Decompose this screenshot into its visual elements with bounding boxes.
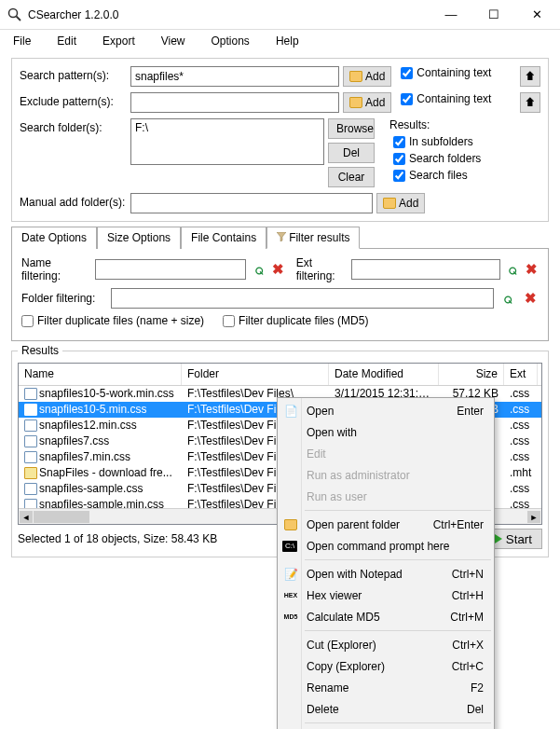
notepad-icon: 📝 bbox=[282, 567, 299, 582]
menu-bar: File Edit Export View Options Help bbox=[0, 30, 560, 52]
exclude-patterns-input[interactable] bbox=[130, 92, 339, 113]
containing-text-2-checkbox[interactable] bbox=[401, 93, 413, 105]
ext-filtering-label: Ext filtering: bbox=[296, 256, 346, 282]
folder-icon bbox=[349, 97, 362, 108]
tab-file-contains[interactable]: File Contains bbox=[181, 227, 266, 249]
ctx-open[interactable]: 📄OpenEnter bbox=[279, 400, 493, 421]
name-filter-clear-icon[interactable]: ✖ bbox=[271, 261, 285, 278]
filter-dup-md5-checkbox[interactable] bbox=[223, 315, 235, 327]
file-icon bbox=[24, 404, 37, 416]
file-icon bbox=[24, 420, 37, 432]
add-search-pattern-button[interactable]: Add bbox=[343, 66, 391, 87]
menu-view[interactable]: View bbox=[156, 33, 191, 49]
filter-results-panel: Name filtering: ⌕ ✖ Ext filtering: ⌕ ✖ F… bbox=[11, 249, 549, 341]
filter-dup-name-size-checkbox[interactable] bbox=[21, 315, 34, 327]
col-ext[interactable]: Ext bbox=[504, 364, 538, 385]
ctx-hex-viewer[interactable]: HEXHex viewerCtrl+H bbox=[279, 585, 493, 606]
col-name[interactable]: Name bbox=[19, 364, 182, 385]
add-exclude-pattern-button[interactable]: Add bbox=[343, 92, 391, 113]
ctx-copy[interactable]: Copy (Explorer)Ctrl+C bbox=[279, 655, 493, 677]
separator bbox=[305, 510, 491, 511]
manual-add-label: Manual add folder(s): bbox=[20, 193, 127, 209]
ctx-md5[interactable]: MD5Calculate MD5Ctrl+M bbox=[279, 606, 493, 627]
file-icon bbox=[24, 451, 37, 463]
scroll-left-icon[interactable]: ◄ bbox=[20, 511, 33, 523]
hex-icon: HEX bbox=[282, 588, 299, 603]
containing-text-1-checkbox[interactable] bbox=[401, 67, 413, 79]
menu-edit[interactable]: Edit bbox=[51, 33, 82, 49]
ctx-open-with[interactable]: Open with bbox=[279, 421, 493, 443]
close-button[interactable]: ✕ bbox=[515, 1, 558, 29]
search-folders-textarea[interactable]: F:\ bbox=[130, 118, 324, 165]
containing-text-2-label: Containing text bbox=[417, 92, 491, 105]
menu-help[interactable]: Help bbox=[270, 33, 305, 49]
search-files-checkbox[interactable] bbox=[393, 170, 405, 182]
move-up-2-button[interactable]: 🡅 bbox=[520, 92, 540, 113]
containing-text-1-label: Containing text bbox=[417, 66, 491, 79]
status-text: Selected 1 of 18 objects, Size: 58.43 KB bbox=[18, 532, 279, 545]
minimize-button[interactable]: — bbox=[430, 1, 472, 29]
name-filtering-label: Name filtering: bbox=[21, 256, 89, 282]
search-folders-checkbox[interactable] bbox=[393, 153, 405, 165]
manual-add-input[interactable] bbox=[130, 193, 373, 213]
tab-date-options[interactable]: Date Options bbox=[11, 227, 97, 249]
name-filter-search-icon[interactable]: ⌕ bbox=[252, 261, 266, 278]
md5-icon: MD5 bbox=[282, 610, 299, 625]
terminal-icon: C:\ bbox=[282, 541, 297, 552]
tab-size-options[interactable]: Size Options bbox=[97, 227, 181, 249]
svg-line-1 bbox=[17, 16, 21, 21]
play-icon bbox=[495, 534, 502, 543]
ctx-open-parent[interactable]: Open parent folderCtrl+Enter bbox=[279, 514, 493, 535]
file-icon bbox=[24, 388, 37, 400]
document-icon: 📄 bbox=[282, 404, 299, 419]
ext-filter-clear-icon[interactable]: ✖ bbox=[525, 261, 539, 278]
search-patterns-input[interactable] bbox=[130, 66, 339, 87]
menu-file[interactable]: File bbox=[7, 33, 36, 49]
exclude-patterns-label: Exclude pattern(s): bbox=[20, 92, 127, 108]
col-size[interactable]: Size bbox=[439, 364, 504, 385]
move-up-1-button[interactable]: 🡅 bbox=[520, 66, 540, 87]
ext-filter-search-icon[interactable]: ⌕ bbox=[506, 261, 520, 278]
file-icon bbox=[24, 483, 37, 495]
options-tabs: Date Options Size Options File Contains … bbox=[11, 226, 549, 249]
results-box-label: Results bbox=[18, 344, 62, 357]
search-folders-label: Search folder(s): bbox=[20, 118, 127, 134]
folder-filtering-input[interactable] bbox=[111, 288, 494, 309]
menu-export[interactable]: Export bbox=[97, 33, 141, 49]
results-options-label: Results: bbox=[389, 118, 540, 131]
svg-point-0 bbox=[9, 8, 18, 17]
in-subfolders-checkbox[interactable] bbox=[393, 136, 405, 148]
menu-options[interactable]: Options bbox=[206, 33, 255, 49]
clear-button[interactable]: Clear bbox=[328, 167, 375, 187]
ctx-delete[interactable]: DeleteDel bbox=[279, 698, 493, 720]
folder-filter-clear-icon[interactable]: ✖ bbox=[522, 290, 539, 307]
search-criteria-group: Search pattern(s): Add Containing text 🡅… bbox=[11, 58, 549, 222]
col-date[interactable]: Date Modified bbox=[329, 364, 439, 385]
name-filtering-input[interactable] bbox=[95, 259, 246, 280]
ctx-cut[interactable]: Cut (Explorer)Ctrl+X bbox=[279, 634, 493, 655]
del-button[interactable]: Del bbox=[328, 143, 375, 163]
window-title: CSearcher 1.2.0.0 bbox=[28, 8, 430, 21]
app-icon bbox=[7, 7, 22, 22]
file-icon bbox=[24, 435, 37, 447]
ctx-open-cmd[interactable]: C:\Open command prompt here bbox=[279, 535, 493, 557]
ext-filtering-input[interactable] bbox=[351, 259, 500, 280]
add-manual-folder-button[interactable]: Add bbox=[376, 193, 425, 213]
col-folder[interactable]: Folder bbox=[182, 364, 329, 385]
scroll-thumb[interactable] bbox=[34, 511, 89, 523]
file-icon bbox=[24, 467, 37, 479]
ctx-rename[interactable]: RenameF2 bbox=[279, 677, 493, 698]
browse-button[interactable]: Browse bbox=[328, 118, 375, 139]
tab-filter-results[interactable]: Filter results bbox=[266, 227, 360, 249]
ctx-open-notepad[interactable]: 📝Open with NotepadCtrl+N bbox=[279, 563, 493, 585]
title-bar: CSearcher 1.2.0.0 — ☐ ✕ bbox=[0, 0, 560, 30]
search-patterns-label: Search pattern(s): bbox=[20, 66, 127, 82]
folder-filter-search-icon[interactable]: ⌕ bbox=[499, 290, 516, 307]
scroll-right-icon[interactable]: ► bbox=[527, 511, 540, 523]
results-header: Name Folder Date Modified Size Ext bbox=[19, 364, 541, 386]
folder-icon bbox=[349, 71, 362, 82]
folder-icon bbox=[282, 517, 299, 532]
separator bbox=[305, 630, 491, 631]
maximize-button[interactable]: ☐ bbox=[472, 1, 515, 29]
ctx-edit: Edit bbox=[279, 443, 493, 464]
